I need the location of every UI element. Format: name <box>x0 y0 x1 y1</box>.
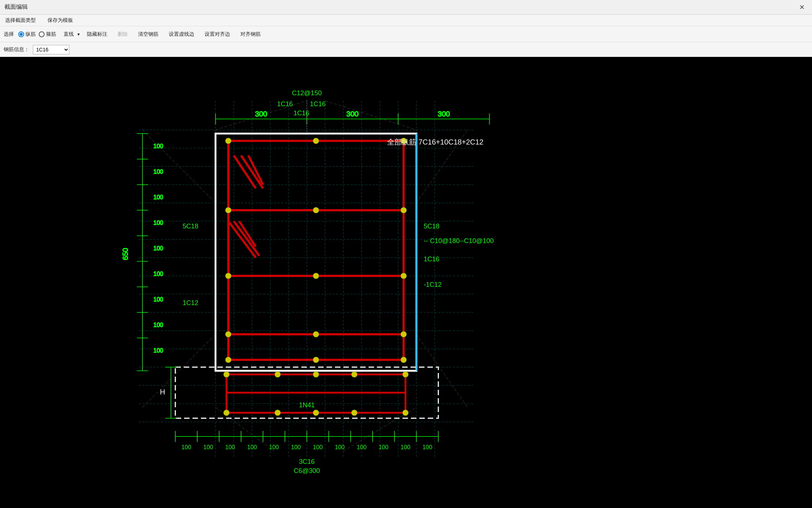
delete-button[interactable]: 删除 <box>115 30 131 39</box>
svg-text:100: 100 <box>247 444 257 450</box>
h-label: H <box>160 388 165 396</box>
svg-text:100: 100 <box>291 444 301 450</box>
svg-point-106 <box>313 410 319 416</box>
svg-text:100: 100 <box>357 444 367 450</box>
svg-point-88 <box>313 273 319 279</box>
svg-text:300: 300 <box>438 110 450 118</box>
svg-point-84 <box>225 207 231 213</box>
right-rebar2: 1C16 <box>424 255 439 263</box>
svg-point-86 <box>401 207 407 213</box>
svg-point-90 <box>225 331 231 337</box>
titlebar: 截面编辑 ✕ <box>0 0 812 15</box>
svg-point-103 <box>403 372 408 377</box>
set-virtual-edge-button[interactable]: 设置虚线边 <box>166 30 197 39</box>
svg-text:100: 100 <box>335 444 345 450</box>
svg-point-107 <box>351 410 357 416</box>
infobar: 钢筋信息： 1C16 1C18 1C12 <box>0 42 812 57</box>
svg-line-79 <box>234 221 259 256</box>
main-drawing: 300 300 300 650 100 100 <box>0 57 812 508</box>
svg-point-105 <box>275 410 281 416</box>
svg-point-99 <box>224 372 229 377</box>
svg-point-93 <box>225 357 231 363</box>
svg-point-81 <box>225 138 231 144</box>
rebar-info-label: 钢筋信息： <box>4 46 29 53</box>
svg-text:100: 100 <box>423 444 432 450</box>
svg-point-92 <box>401 331 407 337</box>
svg-text:100: 100 <box>153 296 163 303</box>
svg-text:100: 100 <box>313 444 323 450</box>
bottom-section-rebar: 1N41 <box>299 401 314 409</box>
align-rebar-button[interactable]: 对齐钢筋 <box>237 30 264 39</box>
svg-text:100: 100 <box>225 444 235 450</box>
select-label: 选择 <box>4 31 14 38</box>
longitudinal-radio[interactable]: 纵筋 <box>18 31 36 38</box>
set-align-edge-button[interactable]: 设置对齐边 <box>202 30 233 39</box>
hidden-annotation-button[interactable]: 隐藏标注 <box>84 30 110 39</box>
svg-line-31 <box>325 101 416 130</box>
window-title: 截面编辑 <box>4 3 28 11</box>
toolbar: 选择 纵筋 箍筋 直线 ▾ 隐藏标注 删除 清空钢筋 设置虚线边 设置对齐边 对… <box>0 26 812 42</box>
svg-text:100: 100 <box>153 169 163 175</box>
svg-point-89 <box>401 273 407 279</box>
top-stirrup-label: C12@150 <box>292 89 321 97</box>
bottom-stirrup: C6@300 <box>294 467 320 474</box>
svg-point-104 <box>224 410 229 416</box>
rebar-info-select[interactable]: 1C16 1C18 1C12 <box>33 45 69 54</box>
close-button[interactable]: ✕ <box>796 2 808 13</box>
clear-rebar-button[interactable]: 清空钢筋 <box>135 30 161 39</box>
svg-point-101 <box>313 372 319 377</box>
svg-point-102 <box>351 372 357 377</box>
svg-text:100: 100 <box>182 444 191 450</box>
svg-point-85 <box>313 207 319 213</box>
svg-text:100: 100 <box>153 245 163 251</box>
left-rebar1: 5C18 <box>183 223 198 230</box>
svg-text:100: 100 <box>153 194 163 200</box>
left-rebar2: 1C12 <box>183 299 198 307</box>
svg-text:100: 100 <box>153 347 163 354</box>
svg-text:100: 100 <box>401 444 411 450</box>
svg-line-35 <box>142 334 216 407</box>
top-right-rebar: 1C16 <box>310 100 325 108</box>
svg-point-95 <box>401 357 407 363</box>
top-left-rebar: 1C16 <box>277 100 293 108</box>
bottom-rebar: 3C16 <box>299 458 314 465</box>
svg-point-108 <box>403 410 408 416</box>
svg-point-100 <box>275 372 281 377</box>
svg-text:300: 300 <box>346 110 358 118</box>
svg-text:100: 100 <box>153 322 163 328</box>
stirrup-label: 箍筋 <box>46 31 56 38</box>
svg-point-87 <box>225 273 231 279</box>
canvas-area[interactable]: 300 300 300 650 100 100 <box>0 57 812 508</box>
svg-text:100: 100 <box>379 444 389 450</box>
svg-point-82 <box>313 138 319 144</box>
stirrup-radio-circle <box>39 31 45 37</box>
stirrup-radio[interactable]: 箍筋 <box>39 31 56 38</box>
line-button[interactable]: 直线 <box>61 30 77 39</box>
svg-line-80 <box>239 221 256 247</box>
svg-text:650: 650 <box>121 248 129 260</box>
right-rebar3: -1C12 <box>424 281 442 288</box>
line-dropdown-arrow[interactable]: ▾ <box>77 32 80 37</box>
longitudinal-label: 纵筋 <box>26 31 36 38</box>
svg-text:100: 100 <box>153 271 163 277</box>
line-dropdown[interactable]: 直线 ▾ <box>61 30 80 39</box>
menu-select-section-type[interactable]: 选择截面类型 <box>3 16 38 25</box>
svg-text:100: 100 <box>269 444 279 450</box>
svg-text:300: 300 <box>255 110 267 118</box>
svg-text:100: 100 <box>153 143 163 149</box>
svg-text:100: 100 <box>153 220 163 226</box>
menu-save-template[interactable]: 保存为模板 <box>45 16 75 25</box>
svg-point-94 <box>313 357 319 363</box>
right-rebar1: 5C18 <box>424 223 439 230</box>
rebar-type-group: 纵筋 箍筋 <box>18 31 56 38</box>
menubar: 选择截面类型 保存为模板 <box>0 15 812 26</box>
svg-point-91 <box>313 331 319 337</box>
all-rebar-label: 全部纵筋 7C16+10C18+2C12 <box>387 138 483 146</box>
svg-line-37 <box>416 334 468 407</box>
right-stirrup: -- C10@180--C10@100 <box>424 237 494 245</box>
longitudinal-radio-circle <box>18 31 24 37</box>
svg-text:100: 100 <box>203 444 213 450</box>
